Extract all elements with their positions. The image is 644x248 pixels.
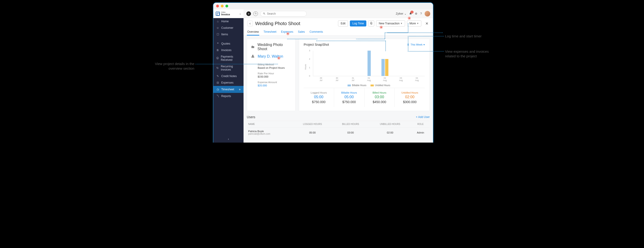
sidebar-collapse[interactable]: ‹ xyxy=(213,135,244,142)
xtick: 02Aug xyxy=(377,77,393,82)
app-window: Zoho Invoice ⌄ ⌂ Home ☺ Customer ☐ Items xyxy=(213,2,434,142)
marker-dot xyxy=(380,26,382,28)
sidebar-item-expenses[interactable]: ⊟ Expenses xyxy=(213,80,244,86)
snapshot-card: Project SnapShot 🗓︎ This Week ▾ Hours 01… xyxy=(299,39,430,111)
sidebar-item-label: Quotes xyxy=(221,42,230,45)
window-titlebar xyxy=(213,3,433,9)
sidebar-item-label: Home xyxy=(221,20,229,23)
topbar: + ↻ 🔍︎ Zylker ⌄ xyxy=(244,9,433,18)
sidebar-item-items[interactable]: ☐ Items xyxy=(213,31,244,38)
users-table: NAME LOGGED HOURS BILLED HOURS UNBILLED … xyxy=(247,121,430,138)
search-input[interactable] xyxy=(267,12,304,15)
sidebar-item-label: Items xyxy=(221,33,228,36)
sidebar-item-timesheet[interactable]: ◷ Timesheet + xyxy=(213,86,244,93)
tab-timesheet[interactable]: Timesheet xyxy=(264,29,276,35)
settings-button[interactable]: ⚙ xyxy=(415,12,418,15)
brand-icon xyxy=(216,12,220,16)
quote-icon: ❝ xyxy=(216,42,220,45)
stat-amount: $750.000 xyxy=(304,100,333,104)
expense-value[interactable]: $20.000 xyxy=(258,84,292,87)
chart-bar xyxy=(385,59,388,76)
org-switcher[interactable]: Zylker ⌄ xyxy=(396,12,407,15)
payments-icon: ⦿ xyxy=(216,57,219,60)
users-section: Users + Add User NAME LOGGED HOURS BILLE… xyxy=(247,115,430,138)
user-email: patriciab@zillum.com xyxy=(248,132,291,135)
billing-method-value: Based on Project Hours xyxy=(258,66,292,69)
window-max-dot[interactable] xyxy=(226,5,228,8)
sidebar-item-customer[interactable]: ☺ Customer xyxy=(213,24,244,31)
xtick: 04Aug xyxy=(409,77,425,82)
add-user-button[interactable]: + Add User xyxy=(416,116,430,119)
user-name: Patricia Boylepatriciab@zillum.com xyxy=(247,128,292,138)
log-time-button[interactable]: Log Time xyxy=(350,20,366,26)
notifications-button[interactable]: 🔔︎ 5 xyxy=(409,12,412,15)
sidebar: Zoho Invoice ⌄ ⌂ Home ☺ Customer ☐ Items xyxy=(213,9,244,142)
tab-overview[interactable]: Overview xyxy=(247,29,259,35)
caret-down-icon: ▼ xyxy=(400,22,402,24)
sidebar-item-label: Customer xyxy=(221,26,233,30)
close-button[interactable]: ✕ xyxy=(424,21,429,26)
attach-button[interactable]: 📎︎ xyxy=(368,20,374,26)
caret-down-icon: ▾ xyxy=(424,43,425,46)
tab-comments[interactable]: Comments xyxy=(310,29,323,35)
legend-unbilled: Unbilled Hours xyxy=(375,84,390,86)
sidebar-item-reports[interactable]: 〽 Reports xyxy=(213,93,244,100)
brand-name: Invoice xyxy=(221,13,230,16)
marker-dot xyxy=(287,32,289,35)
quick-add-button[interactable]: + xyxy=(246,12,251,16)
paperclip-icon: 📎︎ xyxy=(369,21,373,26)
sidebar-item-payments[interactable]: ⦿ Payments Received xyxy=(213,54,244,63)
user-billed: 03:00 xyxy=(332,128,369,138)
brand-chevron-icon: ⌄ xyxy=(239,12,241,15)
stat-logged: Logged Hours05:00$750.000 xyxy=(304,88,334,107)
project-name: Wedding Photo Shoot xyxy=(258,43,292,51)
edit-button[interactable]: Edit xyxy=(338,20,348,26)
xtick: 30Jul xyxy=(329,77,345,82)
gear-icon: ⚙ xyxy=(415,12,418,15)
briefcase-icon: 🖿 xyxy=(251,45,255,49)
col-billed: BILLED HOURS xyxy=(332,121,369,128)
help-button[interactable]: ? xyxy=(420,12,422,15)
main-area: + ↻ 🔍︎ Zylker ⌄ xyxy=(244,9,433,142)
sidebar-item-label: Timesheet xyxy=(221,88,234,91)
sidebar-item-invoices[interactable]: 🗎 Invoices xyxy=(213,47,244,54)
hours-chart: Hours 0123 29Jul30Jul31Jul01Aug02Aug03Au… xyxy=(304,50,425,83)
user-role: Admin xyxy=(412,128,430,138)
sidebar-item-label: Credit Notes xyxy=(221,74,237,78)
ytick: 0 xyxy=(309,75,310,77)
ytick: 2 xyxy=(309,58,310,60)
xtick: 03Aug xyxy=(393,77,409,82)
range-selector[interactable]: 🗓︎ This Week ▾ xyxy=(407,43,425,46)
person-icon: ☺ xyxy=(216,26,220,30)
tab-sales[interactable]: Sales xyxy=(298,29,305,35)
stat-hours: 05:00 xyxy=(335,95,363,99)
back-button[interactable]: ‹ xyxy=(247,21,253,26)
sidebar-item-credit[interactable]: ✎ Credit Notes xyxy=(213,73,244,80)
close-icon: ✕ xyxy=(425,21,428,26)
window-min-dot[interactable] xyxy=(221,5,224,8)
sidebar-item-quotes[interactable]: ❝ Quotes xyxy=(213,40,244,47)
stat-label: Logged Hours xyxy=(304,91,333,94)
ytick: 3 xyxy=(309,50,310,52)
chevron-left-icon: ‹ xyxy=(249,21,250,26)
org-name: Zylker xyxy=(396,12,404,15)
content: 🖿 Wedding Photo Shoot 👤︎ Mary D. Walton … xyxy=(244,36,433,142)
window-close-dot[interactable] xyxy=(216,5,219,8)
help-icon: ? xyxy=(420,12,422,15)
avatar[interactable] xyxy=(424,11,430,16)
search-box[interactable]: 🔍︎ xyxy=(260,11,307,16)
new-transaction-button[interactable]: New Transaction ▼ xyxy=(376,20,405,26)
table-row[interactable]: Patricia Boylepatriciab@zillum.com05:000… xyxy=(247,128,430,138)
recent-button[interactable]: ↻ xyxy=(253,12,258,16)
add-timesheet-icon[interactable]: + xyxy=(239,88,241,91)
notif-badge: 5 xyxy=(410,11,414,14)
col-unbilled: UNBILLED HOURS xyxy=(369,121,411,128)
annotation-overview: View project details in the overview sec… xyxy=(143,62,194,71)
reports-icon: 〽 xyxy=(216,94,220,98)
sidebar-item-home[interactable]: ⌂ Home xyxy=(213,18,244,24)
marker-dot xyxy=(408,17,410,19)
brand[interactable]: Zoho Invoice ⌄ xyxy=(213,9,244,18)
more-button[interactable]: More ▼ xyxy=(407,20,421,26)
sidebar-item-recurring[interactable]: ↻ Recurring Invoices xyxy=(213,63,244,73)
rate-label: Rate Per Hour xyxy=(258,72,292,75)
